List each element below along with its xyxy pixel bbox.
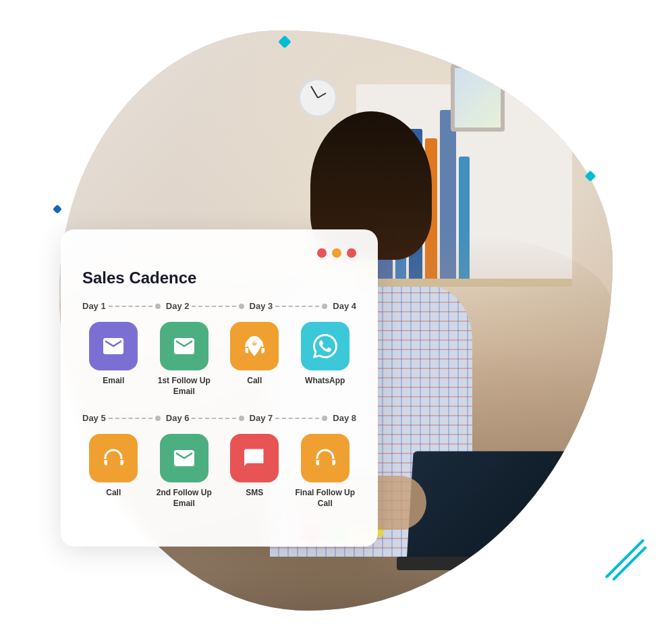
- main-scene: Sales Cadence Day 1 Day 2 Day 3 Day 4: [0, 0, 672, 641]
- second-followup-icon-box: [160, 434, 208, 482]
- window-dot-orange: [332, 248, 341, 258]
- wall-clock: [298, 78, 338, 118]
- icon-item-second-follow-up: 2nd Follow Up Email: [153, 434, 216, 509]
- call2-icon: [101, 446, 125, 470]
- whatsapp-icon-box: [301, 322, 349, 370]
- call2-icon-box: [89, 434, 138, 482]
- icon-item-call: Call: [223, 322, 286, 397]
- icon-item-sms: SMS: [223, 434, 286, 509]
- card-title: Sales Cadence: [82, 269, 356, 287]
- window-dot-pink: [347, 248, 356, 258]
- icon-item-final-call: Final Follow Up Call: [294, 434, 357, 509]
- email-label: Email: [103, 376, 124, 387]
- laptop-screen: [407, 451, 603, 558]
- connector-2: [192, 304, 246, 309]
- sms-icon: [242, 446, 267, 470]
- first-followup-label: 1st Follow Up Email: [153, 376, 216, 397]
- sms-icon-box: [230, 434, 279, 482]
- day-label-3: Day 3: [250, 301, 273, 311]
- sales-cadence-card: Sales Cadence Day 1 Day 2 Day 3 Day 4: [61, 229, 378, 547]
- day-label-1: Day 1: [82, 301, 106, 311]
- call-icon-box: [230, 322, 279, 370]
- icon-item-first-follow-up: 1st Follow Up Email: [153, 322, 216, 397]
- icons-row-2: Call 2nd Follow Up Email: [82, 434, 356, 509]
- final-call-label: Final Follow Up Call: [294, 488, 357, 509]
- card-window-dots: [82, 248, 356, 258]
- day-label-4: Day 4: [333, 301, 356, 311]
- second-followup-label: 2nd Follow Up Email: [153, 488, 216, 509]
- connector-1: [109, 304, 163, 309]
- final-call-icon: [313, 446, 337, 470]
- connector-3: [275, 304, 330, 309]
- day-row-2: Day 5 Day 6 Day 7 Day 8: [82, 413, 356, 423]
- window-dot-red: [317, 248, 327, 258]
- icon-item-email: Email: [82, 322, 145, 397]
- first-followup-email-icon: [172, 334, 196, 358]
- picture-frame: [451, 64, 505, 132]
- final-call-icon-box: [301, 434, 349, 482]
- second-followup-email-icon: [172, 446, 196, 470]
- day-label-5: Day 5: [82, 413, 106, 423]
- connector-5: [109, 416, 163, 421]
- first-followup-icon-box: [160, 322, 208, 370]
- icons-row-1: Email 1st Follow Up Email: [82, 322, 356, 397]
- whatsapp-label: WhatsApp: [305, 376, 345, 387]
- laptop-base: [397, 557, 613, 570]
- icon-item-whatsapp: WhatsApp: [294, 322, 357, 397]
- connector-7: [275, 416, 330, 421]
- connector-6: [192, 416, 246, 421]
- day-label-8: Day 8: [333, 413, 356, 423]
- icon-item-call2: Call: [82, 434, 145, 509]
- sms-label: SMS: [246, 488, 263, 499]
- email-icon: [101, 334, 125, 358]
- day-label-2: Day 2: [166, 301, 190, 311]
- day-label-7: Day 7: [250, 413, 273, 423]
- day-row-1: Day 1 Day 2 Day 3 Day 4: [82, 301, 356, 311]
- day-label-6: Day 6: [166, 413, 190, 423]
- email-icon-box: [89, 322, 138, 370]
- call-icon: [242, 334, 267, 358]
- whatsapp-icon: [313, 334, 337, 358]
- call2-label: Call: [106, 488, 121, 499]
- call-label: Call: [247, 376, 262, 387]
